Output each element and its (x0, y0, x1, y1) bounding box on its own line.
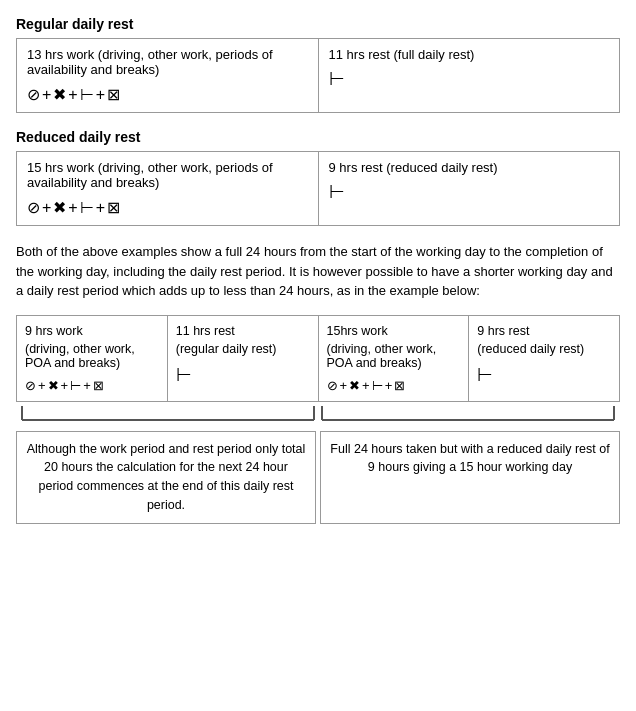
box-icon-1: ⊠ (107, 85, 120, 104)
reduced-left-symbols: ⊘ + ✖ + ⊢ + ⊠ (27, 198, 308, 217)
col4-symbol: ⊢ (477, 364, 493, 386)
cross-icon-2: ✖ (53, 198, 66, 217)
regular-table: 13 hrs work (driving, other work, period… (16, 38, 620, 113)
bottom-box-left: Although the work period and rest period… (16, 431, 316, 524)
col3-cell: 15hrs work (driving, other work, POA and… (318, 315, 469, 401)
reduced-table: 15 hrs work (driving, other work, period… (16, 151, 620, 226)
col4-sub: (reduced daily rest) (477, 342, 611, 356)
col1-box: ⊠ (93, 378, 104, 393)
reduced-title: Reduced daily rest (16, 129, 620, 145)
bracket-icon-2: ⊢ (80, 198, 94, 217)
col2-symbol: ⊢ (176, 364, 192, 386)
explanation-paragraph: Both of the above examples show a full 2… (16, 242, 620, 301)
col2-title: 11 hrs rest (176, 324, 310, 338)
col1-sub: (driving, other work, POA and breaks) (25, 342, 159, 370)
bottom-box-right: Full 24 hours taken but with a reduced d… (320, 431, 620, 524)
regular-left-header: 13 hrs work (driving, other work, period… (27, 47, 308, 77)
col3-sub: (driving, other work, POA and breaks) (327, 342, 461, 370)
col1-symbols: ⊘ + ✖ + ⊢ + ⊠ (25, 378, 159, 393)
bracket-icon-1: ⊢ (80, 85, 94, 104)
reduced-left-cell: 15 hrs work (driving, other work, period… (17, 152, 319, 226)
bracket-area (16, 402, 620, 427)
plus-icon-3: + (96, 86, 105, 104)
col4-cell: 9 hrs rest (reduced daily rest) ⊢ (469, 315, 620, 401)
plus-icon-1: + (42, 86, 51, 104)
col4-title: 9 hrs rest (477, 324, 611, 338)
reduced-right-cell: 9 hrs rest (reduced daily rest) ⊢ (318, 152, 620, 226)
regular-right-header: 11 hrs rest (full daily rest) (329, 47, 610, 62)
reduced-rest-symbol: ⊢ (329, 181, 345, 203)
cross-icon: ✖ (53, 85, 66, 104)
box-icon-2: ⊠ (107, 198, 120, 217)
col1-cross: ✖ (48, 378, 59, 393)
circle-slash-icon-2: ⊘ (27, 198, 40, 217)
regular-left-cell: 13 hrs work (driving, other work, period… (17, 39, 319, 113)
col3-cross: ✖ (349, 378, 360, 393)
plus-icon-5: + (68, 199, 77, 217)
reduced-right-header: 9 hrs rest (reduced daily rest) (329, 160, 610, 175)
col3-symbols: ⊘ + ✖ + ⊢ + ⊠ (327, 378, 461, 393)
four-col-table: 9 hrs work (driving, other work, POA and… (16, 315, 620, 402)
plus-icon-6: + (96, 199, 105, 217)
col3-bracket: ⊢ (372, 378, 383, 393)
col1-cell: 9 hrs work (driving, other work, POA and… (17, 315, 168, 401)
col3-box: ⊠ (394, 378, 405, 393)
col1-bracket: ⊢ (70, 378, 81, 393)
regular-right-cell: 11 hrs rest (full daily rest) ⊢ (318, 39, 620, 113)
circle-slash-icon: ⊘ (27, 85, 40, 104)
col3-circle-slash: ⊘ (327, 378, 338, 393)
col1-title: 9 hrs work (25, 324, 159, 338)
reduced-section: Reduced daily rest 15 hrs work (driving,… (16, 129, 620, 226)
regular-rest-symbol: ⊢ (329, 68, 345, 90)
plus-icon-2: + (68, 86, 77, 104)
regular-title: Regular daily rest (16, 16, 620, 32)
col2-cell: 11 hrs rest (regular daily rest) ⊢ (167, 315, 318, 401)
plus-icon-4: + (42, 199, 51, 217)
bottom-left-text: Although the work period and rest period… (27, 442, 306, 512)
regular-left-symbols: ⊘ + ✖ + ⊢ + ⊠ (27, 85, 308, 104)
reduced-left-header: 15 hrs work (driving, other work, period… (27, 160, 308, 190)
regular-section: Regular daily rest 13 hrs work (driving,… (16, 16, 620, 113)
col2-sub: (regular daily rest) (176, 342, 310, 356)
col1-circle-slash: ⊘ (25, 378, 36, 393)
bottom-boxes: Although the work period and rest period… (16, 431, 620, 524)
col3-title: 15hrs work (327, 324, 461, 338)
bottom-right-text: Full 24 hours taken but with a reduced d… (330, 442, 609, 475)
bracket-svg (16, 402, 620, 424)
